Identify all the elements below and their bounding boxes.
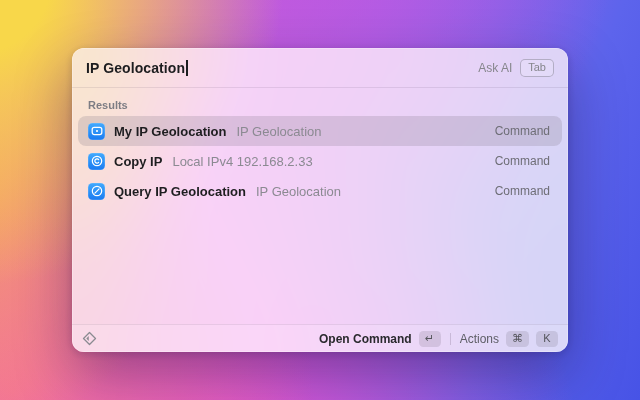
result-accessory: Command	[495, 184, 552, 198]
actions-button[interactable]: Actions	[460, 332, 499, 346]
search-bar[interactable]: IP Geolocation Ask AI Tab	[72, 48, 568, 88]
result-row-copy-ip[interactable]: Copy IP Local IPv4 192.168.2.33 Command	[78, 146, 562, 176]
results-section-label: Results	[78, 93, 562, 116]
cmd-keycap: ⌘	[506, 331, 529, 347]
result-subtitle: Local IPv4 192.168.2.33	[172, 154, 312, 169]
results-list: Results My IP Geolocation IP Geolocation…	[72, 88, 568, 206]
result-title: Query IP Geolocation	[114, 184, 246, 199]
result-row-query-ip-geolocation[interactable]: Query IP Geolocation IP Geolocation Comm…	[78, 176, 562, 206]
result-accessory: Command	[495, 124, 552, 138]
launcher-window: IP Geolocation Ask AI Tab Results My IP …	[72, 48, 568, 352]
enter-keycap: ↵	[419, 331, 441, 347]
search-input[interactable]: IP Geolocation	[86, 60, 185, 76]
tab-keycap: Tab	[520, 59, 554, 77]
result-subtitle: IP Geolocation	[256, 184, 341, 199]
result-subtitle: IP Geolocation	[236, 124, 321, 139]
circled-c-icon	[88, 153, 105, 170]
screen-location-icon	[88, 123, 105, 140]
result-title: My IP Geolocation	[114, 124, 226, 139]
text-caret	[186, 60, 188, 76]
result-row-my-ip-geolocation[interactable]: My IP Geolocation IP Geolocation Command	[78, 116, 562, 146]
k-keycap: K	[536, 331, 558, 347]
open-command-button[interactable]: Open Command	[319, 332, 412, 346]
footer-bar: Open Command ↵ Actions ⌘ K	[72, 324, 568, 352]
compass-icon	[88, 183, 105, 200]
raycast-logo-icon	[82, 331, 97, 346]
ask-ai-hint[interactable]: Ask AI	[478, 61, 512, 75]
result-accessory: Command	[495, 154, 552, 168]
footer-divider	[450, 333, 451, 345]
result-title: Copy IP	[114, 154, 162, 169]
